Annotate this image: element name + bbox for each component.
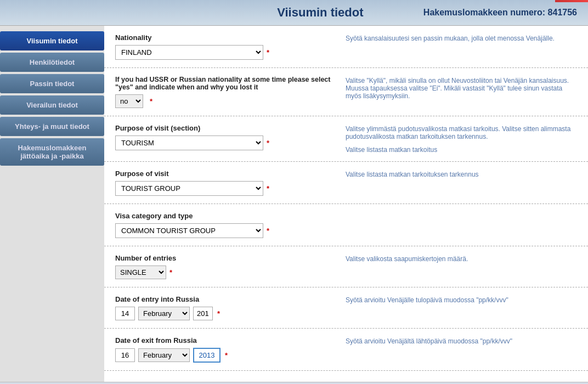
visa-category-section: Visa category and type COMMON TOURIST GR… [104,204,588,246]
date-entry-left: Date of entry into Russia January Februa… [115,295,335,320]
purpose-section-required: * [267,139,269,147]
visa-category-select[interactable]: COMMON TOURIST GROUP [115,223,263,238]
sidebar-item-henkilotiedot[interactable]: Henkilötiedot [0,53,104,72]
nationality-required: * [267,48,269,57]
sidebar-item-viisumin-tiedot[interactable]: Viisumin tiedot [0,31,104,50]
date-exit-label: Date of exit from Russia [115,336,335,345]
entries-section: Number of entries SINGLE DOUBLE MULTIPLE… [104,246,588,287]
date-exit-section: Date of exit from Russia January Februar… [104,329,588,371]
ussr-help: Valitse "Kyllä", mikäli sinulla on ollut… [346,76,577,108]
visa-category-left: Visa category and type COMMON TOURIST GR… [115,212,335,238]
sidebar-item-passin-tiedot[interactable]: Passin tiedot [0,74,104,93]
visa-category-label: Visa category and type [115,212,335,220]
date-exit-help: Syötä arvioitu Venäjältä lähtöpäivä muod… [346,336,577,363]
nationality-help: Syötä kansalaisuutesi sen passin mukaan,… [346,33,577,60]
date-entry-row: January February March April May June Ju… [115,307,335,320]
ussr-select[interactable]: no yes [115,94,143,108]
date-entry-help: Syötä arvioitu Venäjälle tulopäivä muodo… [346,295,577,320]
ussr-section: If you had USSR or Russian nationality a… [104,68,588,116]
content-area: Nationality FINLAND * Syötä kansalaisuut… [104,26,588,382]
main-layout: Viisumin tiedot Henkilötiedot Passin tie… [0,26,588,382]
nationality-section: Nationality FINLAND * Syötä kansalaisuut… [104,26,588,68]
date-exit-month[interactable]: January February March April May June Ju… [138,348,190,362]
purpose-section-left: Purpose of visit (section) TOURISM * [115,124,335,154]
sidebar-item-vierailun-tiedot[interactable]: Vierailun tiedot [0,95,104,115]
date-exit-row: January February March April May June Ju… [115,348,335,363]
date-entry-year[interactable] [193,307,213,320]
footer: Seuraava Peruuta [0,382,588,384]
purpose-section-select[interactable]: TOURISM [115,135,263,150]
date-exit-year[interactable] [193,348,220,363]
entries-help: Valitse valikosta saapumiskertojen määrä… [346,254,577,279]
entries-label: Number of entries [115,254,335,262]
ussr-left: If you had USSR or Russian nationality a… [115,76,335,108]
entries-required: * [169,268,172,276]
header-number: Hakemuslomakkeen numero: 841756 [423,8,577,18]
sidebar-item-yhteys[interactable]: Yhteys- ja muut tiedot [0,117,104,136]
date-entry-required: * [217,309,220,318]
ussr-label: If you had USSR or Russian nationality a… [115,76,335,91]
entries-left: Number of entries SINGLE DOUBLE MULTIPLE… [115,254,335,279]
sidebar: Viisumin tiedot Henkilötiedot Passin tie… [0,26,104,382]
entries-select[interactable]: SINGLE DOUBLE MULTIPLE [115,266,166,279]
date-entry-day[interactable] [115,307,135,320]
header: Viisumin tiedot Hakemuslomakkeen numero:… [0,0,588,26]
sidebar-item-hakemus[interactable]: Hakemuslomakkeen jättöaika ja -paikka [0,138,104,166]
purpose-section-label: Purpose of visit (section) [115,124,335,132]
date-entry-label: Date of entry into Russia [115,295,335,303]
date-entry-month[interactable]: January February March April May June Ju… [138,307,190,320]
purpose-section-help: Valitse ylimmästä pudotusvalikosta matka… [346,124,577,154]
ussr-radio-group: no yes * [115,94,335,108]
date-exit-required: * [225,351,228,359]
date-entry-section: Date of entry into Russia January Februa… [104,287,588,329]
visa-category-required: * [267,227,269,235]
purpose-visit-label: Purpose of visit [115,170,335,178]
header-title: Viisumin tiedot [217,5,423,20]
purpose-visit-required: * [267,184,269,193]
nationality-select[interactable]: FINLAND [115,45,263,60]
ussr-required: * [150,97,152,105]
visa-category-help [346,212,577,238]
purpose-visit-section: Purpose of visit TOURIST GROUP * Valitse… [104,162,588,204]
purpose-section-section: Purpose of visit (section) TOURISM * Val… [104,116,588,162]
purpose-visit-left: Purpose of visit TOURIST GROUP * [115,170,335,196]
nationality-label: Nationality [115,33,335,42]
date-exit-day[interactable] [115,348,135,362]
nationality-left: Nationality FINLAND * [115,33,335,60]
purpose-visit-select[interactable]: TOURIST GROUP [115,181,263,196]
purpose-visit-help: Valitse listasta matkan tarkoituksen tar… [346,170,577,196]
date-exit-left: Date of exit from Russia January Februar… [115,336,335,363]
app-container: Viisumin tiedot Hakemuslomakkeen numero:… [0,0,588,384]
